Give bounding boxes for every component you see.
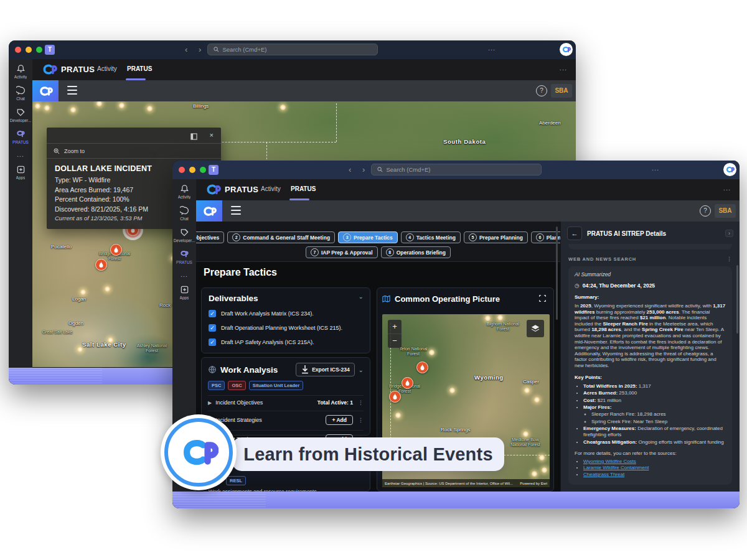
source-link-laramie-wildfire-containment[interactable]: Laramie Wildfire Containment xyxy=(583,465,649,470)
rail-item-apps[interactable]: Apps xyxy=(180,285,189,300)
deliverables-title: Deliverables xyxy=(209,294,363,303)
fire-icon[interactable] xyxy=(110,244,122,256)
chevron-down-icon[interactable]: ⌄ xyxy=(359,293,364,300)
rail-more-icon[interactable]: ... xyxy=(17,151,24,158)
sub-point: Sleeper Ranch Fire: 18,298 acres xyxy=(591,411,726,418)
fire-icon[interactable] xyxy=(416,362,428,373)
help-icon[interactable]: ? xyxy=(536,85,547,96)
scrollbar[interactable] xyxy=(556,226,558,320)
map-label-rock-springs: Rock Springs xyxy=(441,427,471,432)
tab-activity[interactable]: Activity xyxy=(261,185,281,192)
chevron-down-icon[interactable]: ⌄ xyxy=(359,366,364,373)
pratus-app-tile[interactable] xyxy=(32,80,59,101)
rail-item-pratus[interactable]: PRATUS xyxy=(176,250,192,264)
map-zoom-controls[interactable]: +− xyxy=(388,320,402,348)
expand-icon[interactable] xyxy=(538,294,548,304)
help-icon[interactable]: ? xyxy=(700,205,711,217)
header-more-icon[interactable]: ... xyxy=(723,184,731,192)
collapse-panel-icon[interactable]: › xyxy=(725,230,733,237)
tab-pratus[interactable]: PRATUS xyxy=(127,65,152,72)
rail-item-activity[interactable]: Activity xyxy=(178,184,191,199)
checkbox-checked[interactable]: ✓ xyxy=(209,324,216,332)
tag-osc: OSC xyxy=(228,381,245,390)
pratus-logo-badge xyxy=(161,414,237,490)
popup-header: × xyxy=(47,128,221,144)
step-command-general-staff-meeting[interactable]: 2Command & General Staff Meeting xyxy=(227,231,335,243)
kebab-menu-icon[interactable]: ⋮ xyxy=(726,256,732,262)
zoom-window-button[interactable] xyxy=(36,47,42,53)
layers-button[interactable] xyxy=(527,320,544,337)
traffic-lights[interactable] xyxy=(179,167,206,173)
sba-button[interactable]: SBA xyxy=(715,204,736,218)
fire-icon[interactable] xyxy=(389,391,401,403)
kebab-menu-icon[interactable]: ⋮ xyxy=(358,399,364,406)
map-icon xyxy=(382,295,390,303)
rail-item-activity[interactable]: Activity xyxy=(14,64,27,79)
search-input[interactable]: Search (Cmd+E) xyxy=(371,164,542,175)
nav-forward-icon[interactable]: › xyxy=(199,44,201,55)
map-label-wyoming: Wyoming xyxy=(474,374,504,381)
rail-item-pratus[interactable]: PRATUS xyxy=(12,129,29,144)
map-label-great-salt-lake: Great Salt Lake xyxy=(37,330,77,335)
step-prepare-planning[interactable]: 5Prepare Planning xyxy=(464,231,528,243)
bell-icon xyxy=(180,184,189,194)
avatar[interactable] xyxy=(560,43,573,56)
dock-popup-icon[interactable] xyxy=(190,131,197,142)
titlebar-more-icon[interactable]: ... xyxy=(488,44,496,52)
back-button[interactable]: ← xyxy=(567,226,582,240)
kebab-menu-icon[interactable]: ⋮ xyxy=(358,417,364,423)
tab-activity[interactable]: Activity xyxy=(97,65,117,72)
scrollbar[interactable] xyxy=(736,265,738,334)
checkbox-checked[interactable]: ✓ xyxy=(209,338,216,346)
rail-more-icon[interactable]: ... xyxy=(181,271,187,278)
menu-icon[interactable] xyxy=(231,206,241,215)
nav-forward-icon[interactable]: › xyxy=(362,164,365,175)
incident-objectives-row[interactable]: ▶Incident ObjectivesTotal Active: 1⋮ xyxy=(208,395,364,406)
export-ics-234-button[interactable]: Export ICS-234 xyxy=(296,363,354,376)
pratus-app-tile[interactable] xyxy=(196,200,222,222)
zoom-window-button[interactable] xyxy=(200,167,206,173)
search-placeholder: Search (Cmd+E) xyxy=(387,166,431,173)
traffic-lights[interactable] xyxy=(15,47,42,53)
zoom-in-button[interactable]: + xyxy=(388,320,402,334)
rail-item-chat[interactable]: Chat xyxy=(16,86,26,101)
fire-icon[interactable] xyxy=(95,259,107,271)
nav-back-icon[interactable]: ‹ xyxy=(349,164,351,175)
rail-item-developer[interactable]: Developer... xyxy=(10,108,32,123)
minimize-window-button[interactable] xyxy=(189,167,195,173)
zoom-to-button[interactable]: Zoom to xyxy=(47,144,221,159)
step-operations-briefing[interactable]: 8Operations Briefing xyxy=(381,246,451,258)
fire-icon[interactable] xyxy=(402,377,413,389)
step-tactics-meeting[interactable]: 4Tactics Meeting xyxy=(401,231,461,243)
tab-pratus[interactable]: PRATUS xyxy=(291,185,316,192)
avatar[interactable] xyxy=(723,163,736,176)
checkbox-checked[interactable]: ✓ xyxy=(209,310,216,317)
nav-back-icon[interactable]: ‹ xyxy=(185,44,187,55)
sba-button[interactable]: SBA xyxy=(551,84,572,98)
caret-right-icon[interactable]: ▶ xyxy=(208,400,212,406)
step-prepare-tactics[interactable]: 3Prepare Tactics xyxy=(338,231,398,243)
rail-item-chat[interactable]: Chat xyxy=(180,206,189,221)
zoom-out-button[interactable]: − xyxy=(388,334,402,348)
zoom-in-icon xyxy=(54,148,60,154)
close-window-button[interactable] xyxy=(179,167,185,173)
summary-label: Summary: xyxy=(575,294,726,300)
close-window-button[interactable] xyxy=(15,47,21,53)
rail-item-developer[interactable]: Developer... xyxy=(174,228,195,243)
search-input[interactable]: Search (Cmd+E) xyxy=(207,44,378,55)
close-popup-icon[interactable]: × xyxy=(210,131,214,139)
titlebar-more-icon[interactable]: ... xyxy=(652,164,659,172)
incident-strategies-row[interactable]: ▶Incident Strategies+ Add⋮ xyxy=(208,411,364,425)
tag-resl: RESL xyxy=(226,476,246,485)
step-iap-prep-approval[interactable]: 7IAP Prep & Approval xyxy=(306,246,378,258)
rail-item-apps[interactable]: Apps xyxy=(16,165,26,180)
add-strategy-button[interactable]: + Add xyxy=(326,415,353,425)
sources-intro: For more details, you can refer to the s… xyxy=(575,450,726,456)
minimize-window-button[interactable] xyxy=(26,47,32,53)
pratus-rail-icon xyxy=(179,250,189,259)
header-more-icon[interactable]: ... xyxy=(560,64,567,72)
source-link-wyoming-wildfire-costs[interactable]: Wyoming Wildfire Costs xyxy=(583,459,636,464)
source-link-cheatgrass-threat[interactable]: Cheatgrass Threat xyxy=(583,472,624,477)
titlebar: T ‹ › Search (Cmd+E) ... xyxy=(172,161,740,179)
menu-icon[interactable] xyxy=(67,86,77,95)
